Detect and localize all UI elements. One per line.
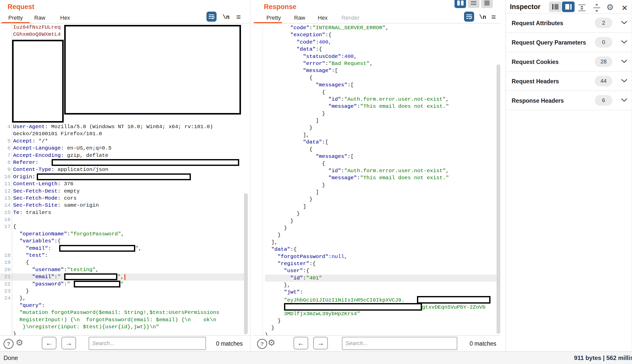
code-line: "messages":[	[265, 153, 498, 160]
code-segment: :	[57, 188, 61, 194]
code-segment: :	[32, 174, 36, 180]
code-segment: :	[48, 245, 51, 251]
help-glyph: ?	[261, 341, 264, 347]
search-settings-gear-icon[interactable]: ⚙	[16, 338, 23, 347]
chevron-down-icon[interactable]	[621, 20, 628, 26]
editor-menu-icon[interactable]: ≡	[491, 13, 496, 22]
code-segment: :	[35, 160, 39, 165]
section-request-headers[interactable]: Request Headers 44	[506, 71, 632, 91]
inspector-dock-side-button[interactable]	[549, 2, 561, 12]
code-segment: Sec-Fetch-Mode	[13, 195, 57, 201]
code-line: "message":"This email does not exist."	[265, 174, 498, 181]
section-request-attributes[interactable]: Request Attributes 2	[506, 13, 632, 33]
help-icon[interactable]: ?	[4, 339, 14, 349]
search-prev-button[interactable]: ←	[42, 337, 56, 349]
section-count-badge: 2	[595, 18, 612, 28]
search-prev-button[interactable]: ←	[294, 337, 308, 349]
code-line: "variables":{	[0, 238, 248, 245]
code-segment: "email"	[13, 274, 54, 280]
code-segment: 376	[61, 181, 73, 187]
code-line: 13Sec-Fetch-Mode: cors	[0, 195, 248, 202]
chevron-down-icon[interactable]	[621, 40, 628, 45]
tab-response-render[interactable]: Render	[341, 15, 360, 21]
code-segment: ,	[344, 254, 347, 260]
code-segment: :	[19, 210, 23, 215]
code-segment: "operationName"	[13, 231, 67, 237]
code-segment: Content-Length	[13, 181, 57, 187]
tab-response-raw[interactable]: Raw	[294, 15, 305, 21]
code-line: 16	[0, 216, 248, 223]
code-segment: "register"	[265, 261, 309, 267]
code-line: }	[265, 324, 498, 332]
redaction-box	[37, 173, 191, 180]
response-panel: Response Pretty Raw Hex Render \n ≡ "cod…	[251, 0, 502, 351]
code-segment: User-Agent	[13, 124, 45, 130]
code-line: }	[265, 182, 498, 189]
dock-glyph-pane	[565, 4, 569, 10]
code-segment: "id"	[265, 275, 303, 281]
code-segment: RegisterInput!) {\n forgotPassword(email…	[13, 317, 216, 323]
section-request-cookies[interactable]: Request Cookies 28	[506, 52, 632, 71]
code-line: }	[265, 332, 498, 335]
help-icon[interactable]: ?	[257, 339, 267, 349]
section-label: Request Attributes	[512, 20, 563, 27]
code-line: }	[0, 331, 248, 335]
code-segment: gzip, deflate	[64, 153, 108, 158]
inspector-dock-right-button[interactable]	[562, 2, 575, 12]
rows-glyph-bar	[471, 4, 476, 5]
response-editor[interactable]: "code":"INTERNAL_SERVER_ERROR", "excepti…	[263, 24, 499, 335]
code-segment: :	[357, 103, 360, 109]
code-segment: },	[13, 295, 26, 301]
section-request-query-parameters[interactable]: Request Query Parameters 0	[506, 33, 632, 52]
code-segment: "Bad Request"	[328, 61, 370, 66]
editor-menu-icon[interactable]: ≡	[236, 13, 241, 22]
code-segment: {	[265, 147, 312, 152]
layout-columns-button[interactable]	[454, 0, 466, 8]
line-number: 24	[0, 295, 11, 302]
code-segment: :	[303, 275, 306, 281]
newline-toggle-icon[interactable]: \n	[479, 14, 486, 21]
pretty-print-icon[interactable]	[206, 12, 217, 22]
count-value: 2	[602, 20, 605, 26]
newline-toggle-icon[interactable]: \n	[223, 14, 230, 21]
code-segment: :	[57, 195, 61, 201]
code-segment: application/json	[54, 167, 108, 172]
chevron-down-icon[interactable]	[621, 79, 628, 84]
collapse-all-icon[interactable]	[592, 3, 601, 13]
tab-response-hex[interactable]: Hex	[318, 15, 328, 21]
code-segment: {	[265, 75, 312, 81]
expand-all-icon[interactable]	[577, 3, 586, 13]
code-segment: {	[265, 161, 325, 166]
layout-rows-button[interactable]	[468, 0, 479, 8]
code-line: {	[265, 75, 498, 82]
request-search-input[interactable]	[89, 337, 206, 350]
search-settings-gear-icon[interactable]: ⚙	[268, 338, 275, 347]
response-search-input[interactable]	[342, 337, 457, 350]
pretty-print-icon[interactable]	[464, 12, 474, 22]
code-segment: :[	[347, 82, 354, 88]
rows-glyph-bar	[471, 1, 476, 3]
response-scrollbar[interactable]	[497, 64, 500, 334]
code-segment: :	[42, 303, 45, 308]
tab-response-pretty[interactable]: Pretty	[266, 15, 281, 21]
section-response-headers[interactable]: Response Headers 6	[506, 91, 632, 110]
chevron-down-icon[interactable]	[621, 98, 628, 103]
line-number: 13	[0, 195, 11, 202]
chevron-down-icon[interactable]	[621, 59, 628, 65]
request-editor[interactable]: Iuz04fNszFULreqCGhxm0oQ8WXmtL4 4User-Age…	[0, 24, 251, 335]
tab-request-raw[interactable]: Raw	[34, 15, 45, 21]
request-scrollbar[interactable]	[244, 193, 248, 334]
line-number: 23	[0, 288, 11, 295]
tab-request-hex[interactable]: Hex	[60, 15, 70, 21]
layout-single-button[interactable]	[481, 0, 493, 8]
search-next-button[interactable]: →	[61, 337, 76, 349]
code-segment: :	[341, 54, 344, 59]
code-line: "id":"Auth.form.error.user.not-exist",	[265, 167, 498, 174]
code-segment: "test"	[13, 252, 45, 258]
tab-request-pretty[interactable]: Pretty	[8, 15, 23, 21]
inspector-settings-gear-icon[interactable]: ⚙	[606, 3, 614, 11]
code-segment: Accept	[13, 138, 32, 144]
search-next-button[interactable]: →	[313, 337, 328, 349]
inspector-close-icon[interactable]: ✕	[621, 4, 628, 12]
code-line: 12Sec-Fetch-Dest: empty	[0, 188, 248, 195]
